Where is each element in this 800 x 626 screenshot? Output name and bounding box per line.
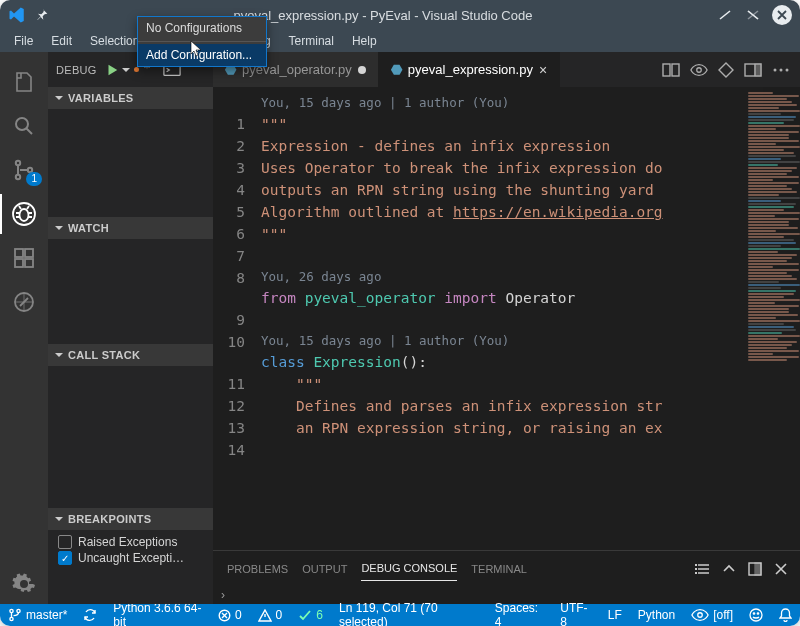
- debug-icon[interactable]: [0, 194, 48, 234]
- status-label: [off]: [713, 608, 733, 622]
- panel-tab-output[interactable]: OUTPUT: [302, 557, 347, 581]
- liveshare-icon[interactable]: [0, 282, 48, 322]
- tab-label: pyeval_expression.py: [408, 62, 533, 77]
- svg-rect-13: [663, 64, 670, 76]
- status-item[interactable]: 6: [290, 601, 331, 626]
- split-right-icon[interactable]: [744, 62, 762, 78]
- line-number: 6: [213, 223, 245, 245]
- breakpoint-row[interactable]: ✓Uncaught Excepti…: [54, 550, 207, 566]
- svg-point-20: [786, 68, 789, 71]
- pin-icon[interactable]: [34, 7, 50, 23]
- status-item[interactable]: [75, 601, 105, 626]
- svg-rect-22: [755, 563, 761, 575]
- work-area: 1 DEBUG: [0, 52, 800, 604]
- debug-panel-title: DEBUG: [56, 64, 97, 76]
- svg-rect-7: [25, 249, 33, 257]
- status-item[interactable]: [off]: [683, 601, 741, 626]
- status-item[interactable]: LF: [600, 601, 630, 626]
- status-label: master*: [26, 608, 67, 622]
- minimize-icon[interactable]: [716, 6, 734, 24]
- status-label: UTF-8: [560, 601, 592, 626]
- close-window-icon[interactable]: [772, 5, 792, 25]
- editor-tab-actions: [652, 52, 800, 87]
- status-label: 0: [235, 608, 242, 622]
- maximize-icon[interactable]: [744, 6, 762, 24]
- menu-edit[interactable]: Edit: [43, 32, 80, 50]
- explorer-icon[interactable]: [0, 62, 48, 102]
- status-item[interactable]: [771, 601, 800, 626]
- close-icon[interactable]: [774, 562, 788, 576]
- breakpoint-row[interactable]: Raised Exceptions: [54, 534, 207, 550]
- dropdown-no-config[interactable]: No Configurations: [138, 17, 266, 39]
- breakpoints-section-header[interactable]: BREAKPOINTS: [48, 508, 213, 530]
- menu-file[interactable]: File: [6, 32, 41, 50]
- branch-icon: [8, 608, 22, 622]
- status-label: 0: [276, 608, 283, 622]
- panel-tab-problems[interactable]: PROBLEMS: [227, 557, 288, 581]
- filter-icon[interactable]: [694, 562, 710, 576]
- codelens[interactable]: You, 15 days ago | 1 author (You): [261, 93, 744, 113]
- status-label: Spaces: 4: [495, 601, 545, 626]
- status-item[interactable]: Spaces: 4: [487, 601, 553, 626]
- codelens[interactable]: You, 15 days ago | 1 author (You): [261, 331, 744, 351]
- menu-help[interactable]: Help: [344, 32, 385, 50]
- svg-point-25: [17, 609, 20, 612]
- svg-point-24: [10, 617, 13, 620]
- status-label: Python 3.6.6 64-bit: [113, 601, 202, 626]
- svg-point-29: [753, 613, 754, 614]
- source-control-icon[interactable]: 1: [0, 150, 48, 190]
- status-label: LF: [608, 608, 622, 622]
- call-stack-label: CALL STACK: [68, 349, 140, 361]
- split-copilot-icon[interactable]: [662, 62, 680, 78]
- status-item[interactable]: [741, 601, 771, 626]
- menu-terminal[interactable]: Terminal: [281, 32, 342, 50]
- status-item[interactable]: UTF-8: [552, 601, 600, 626]
- svg-rect-6: [15, 249, 23, 257]
- watch-label: WATCH: [68, 222, 109, 234]
- status-item[interactable]: master*: [0, 601, 75, 626]
- eye-icon: [691, 607, 709, 623]
- svg-rect-9: [25, 259, 33, 267]
- start-debug-button[interactable]: [105, 63, 131, 77]
- editor-body[interactable]: 12345678 910 11121314 You, 15 days ago |…: [213, 87, 800, 550]
- checkbox[interactable]: [58, 535, 72, 549]
- svg-point-30: [757, 613, 758, 614]
- status-item[interactable]: Ln 119, Col 71 (70 selected): [331, 601, 487, 626]
- diamond-icon[interactable]: [718, 62, 734, 78]
- menu-bar: FileEditSelectionViewGoDebugTerminalHelp: [0, 30, 800, 52]
- editor-tab[interactable]: ⬣pyeval_expression.py×: [379, 52, 560, 87]
- svg-point-27: [698, 613, 703, 618]
- svg-rect-14: [672, 64, 679, 76]
- minimap[interactable]: [744, 87, 800, 550]
- dirty-indicator-icon: [358, 66, 366, 74]
- variables-section-header[interactable]: VARIABLES: [48, 87, 213, 109]
- status-label: Python: [638, 608, 675, 622]
- status-item[interactable]: Python 3.6.6 64-bit: [105, 601, 210, 626]
- codelens[interactable]: You, 26 days ago: [261, 267, 744, 287]
- call-stack-section-header[interactable]: CALL STACK: [48, 344, 213, 366]
- status-item[interactable]: Python: [630, 601, 683, 626]
- gear-icon[interactable]: [0, 564, 48, 604]
- status-label: Ln 119, Col 71 (70 selected): [339, 601, 479, 626]
- search-icon[interactable]: [0, 106, 48, 146]
- extensions-icon[interactable]: [0, 238, 48, 278]
- panel-tab-debug-console[interactable]: DEBUG CONSOLE: [361, 556, 457, 581]
- checkbox[interactable]: ✓: [58, 551, 72, 565]
- panel-tab-terminal[interactable]: TERMINAL: [471, 557, 527, 581]
- eye-icon[interactable]: [690, 62, 708, 78]
- watch-section-header[interactable]: WATCH: [48, 217, 213, 239]
- line-number: 14: [213, 439, 245, 461]
- chevron-up-icon[interactable]: [722, 562, 736, 576]
- svg-point-23: [10, 609, 13, 612]
- gutter: 12345678 910 11121314: [213, 87, 253, 550]
- error-icon: [218, 609, 231, 622]
- line-number: 5: [213, 201, 245, 223]
- more-icon[interactable]: [772, 62, 790, 78]
- call-stack-section: [48, 366, 213, 508]
- code-area[interactable]: You, 15 days ago | 1 author (You)"""Expr…: [253, 87, 744, 550]
- check-icon: [298, 609, 312, 622]
- status-item[interactable]: 0: [250, 601, 291, 626]
- close-tab-icon[interactable]: ×: [539, 62, 547, 78]
- status-item[interactable]: 0: [210, 601, 250, 626]
- maximize-icon[interactable]: [748, 562, 762, 576]
